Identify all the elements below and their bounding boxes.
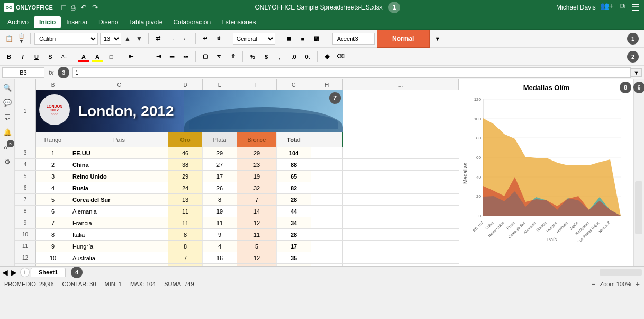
undo-icon[interactable]: ↶ [80, 3, 87, 12]
user-add-icon[interactable]: 👥+ [600, 2, 613, 13]
cell-rango-6[interactable]: 7 [36, 217, 70, 228]
cell-rango-0[interactable]: 1 [36, 147, 70, 158]
cell-bronce-5[interactable]: 14 [237, 206, 277, 217]
sheet-scroll-left[interactable]: ◀ [2, 268, 8, 277]
cell-bronce-9[interactable]: 12 [237, 252, 277, 263]
cell-oro-8[interactable]: 8 [168, 241, 203, 252]
font-size-down-icon[interactable]: ▼ [134, 34, 144, 43]
add-sheet-btn[interactable]: + [20, 268, 30, 277]
cell-total-3[interactable]: 82 [277, 182, 311, 193]
sheet-tab-1[interactable]: Sheet1 [31, 268, 66, 277]
clear-btn[interactable]: ⌫ [335, 51, 347, 63]
table-format-btn[interactable]: ■ [297, 33, 309, 45]
cell-plata-9[interactable]: 16 [203, 252, 237, 263]
cell-oro-9[interactable]: 7 [168, 252, 203, 263]
increase-indent-btn[interactable]: → [166, 33, 178, 45]
justify-btn[interactable]: ⚌ [166, 51, 178, 63]
increase-decimal-btn[interactable]: .0 [288, 51, 300, 63]
col-header-b[interactable]: B [36, 79, 70, 90]
cell-rango-4[interactable]: 5 [36, 194, 70, 205]
cell-pais-4[interactable]: Corea del Sur [70, 194, 168, 205]
cell-total-9[interactable]: 35 [277, 252, 311, 263]
cell-bronce-0[interactable]: 29 [237, 147, 277, 158]
align-center-btn[interactable]: ≡ [139, 51, 150, 63]
cell-plata-10[interactable]: 14 [203, 264, 237, 266]
align-right-btn[interactable]: ⇥ [152, 51, 164, 63]
cell-pais-3[interactable]: Rusia [70, 182, 168, 193]
cell-pais-5[interactable]: Alemania [70, 206, 168, 217]
cell-oro-6[interactable]: 11 [168, 217, 203, 228]
underline-btn[interactable]: U [31, 51, 42, 63]
cell-rango-2[interactable]: 3 [36, 171, 70, 182]
cell-plata-3[interactable]: 26 [203, 182, 237, 193]
cell-plata-4[interactable]: 8 [203, 194, 237, 205]
cell-total-1[interactable]: 88 [277, 159, 311, 170]
font-size-up-icon[interactable]: ▲ [122, 34, 133, 43]
cell-oro-3[interactable]: 24 [168, 182, 203, 193]
cell-pais-10[interactable]: Japón [70, 264, 168, 266]
col-header-rest[interactable]: ... [343, 79, 459, 90]
cell-pais-1[interactable]: China [70, 159, 168, 170]
cell-bronce-6[interactable]: 12 [237, 217, 277, 228]
border-btn[interactable]: □ [105, 51, 117, 63]
cell-total-2[interactable]: 65 [277, 171, 311, 182]
cell-reference-input[interactable] [2, 67, 44, 78]
cell-bronce-3[interactable]: 32 [237, 182, 277, 193]
cell-rango-5[interactable]: 6 [36, 206, 70, 217]
cell-rango-9[interactable]: 10 [36, 252, 70, 263]
filter-btn[interactable]: ▿ [213, 51, 225, 63]
italic-btn[interactable]: I [17, 51, 29, 63]
bell-icon[interactable]: 🔔 [2, 126, 13, 138]
sidebar-badge-5[interactable]: 5 ☍ [2, 141, 13, 153]
cell-rango-8[interactable]: 9 [36, 241, 70, 252]
font-color-btn[interactable]: A [78, 51, 89, 63]
redo-icon[interactable]: ↷ [92, 3, 98, 12]
cell-plata-1[interactable]: 27 [203, 159, 237, 170]
menu-archivo[interactable]: Archivo [2, 16, 34, 28]
currency-btn[interactable]: $ [260, 51, 272, 63]
col-header-d[interactable]: D [168, 79, 203, 90]
menu-colaboracion[interactable]: Colaboración [168, 16, 216, 28]
cell-bronce-4[interactable]: 7 [237, 194, 277, 205]
bold-btn[interactable]: B [3, 51, 15, 63]
font-size-sub-btn[interactable]: A↓ [58, 51, 70, 63]
cell-plata-6[interactable]: 11 [203, 217, 237, 228]
cell-plata-0[interactable]: 29 [203, 147, 237, 158]
cell-oro-10[interactable]: 7 [168, 264, 203, 266]
zoom-out-btn[interactable]: − [591, 280, 595, 288]
scroll-bar-h[interactable] [600, 269, 642, 276]
cell-rango-1[interactable]: 2 [36, 159, 70, 170]
align-left-btn[interactable]: ⇤ [125, 51, 137, 63]
cell-total-4[interactable]: 28 [277, 194, 311, 205]
cell-oro-2[interactable]: 29 [168, 171, 203, 182]
cell-plata-8[interactable]: 4 [203, 241, 237, 252]
cell-rango-3[interactable]: 4 [36, 182, 70, 193]
col-header-g[interactable]: G [277, 79, 311, 90]
menu-tabla-pivote[interactable]: Tabla pivote [123, 16, 168, 28]
merge-btn[interactable]: ⇟ [213, 33, 225, 45]
cell-style-btn[interactable]: ▩ [311, 33, 322, 45]
comment-icon[interactable]: 💬 [2, 96, 13, 108]
cell-plata-5[interactable]: 19 [203, 206, 237, 217]
named-range-btn[interactable]: ◆ [321, 51, 333, 63]
col-header-h[interactable]: H [311, 79, 343, 90]
cell-rango-10[interactable]: 11 [36, 264, 70, 266]
col-header-f[interactable]: F [237, 79, 277, 90]
decrease-decimal-btn[interactable]: 0. [302, 51, 313, 63]
cell-bronce-2[interactable]: 19 [237, 171, 277, 182]
distributed-btn[interactable]: ⚍ [180, 51, 192, 63]
font-family-select[interactable]: Calibri [34, 33, 98, 45]
cell-total-0[interactable]: 104 [277, 147, 311, 158]
sort-asc-btn[interactable]: ⇧ [227, 51, 239, 63]
cell-rango-7[interactable]: 8 [36, 229, 70, 240]
accent3-style-box[interactable]: Accent3 [332, 33, 375, 45]
cell-pais-0[interactable]: EE.UU [70, 147, 168, 158]
font-size-select[interactable]: 13 [100, 33, 121, 45]
cell-pais-9[interactable]: Australia [70, 252, 168, 263]
formula-input[interactable] [72, 67, 631, 78]
cell-plata-2[interactable]: 17 [203, 171, 237, 182]
new-doc-icon[interactable]: □ [61, 3, 66, 12]
cell-total-6[interactable]: 34 [277, 217, 311, 228]
highlight-btn[interactable]: A [92, 51, 103, 63]
cell-oro-4[interactable]: 13 [168, 194, 203, 205]
